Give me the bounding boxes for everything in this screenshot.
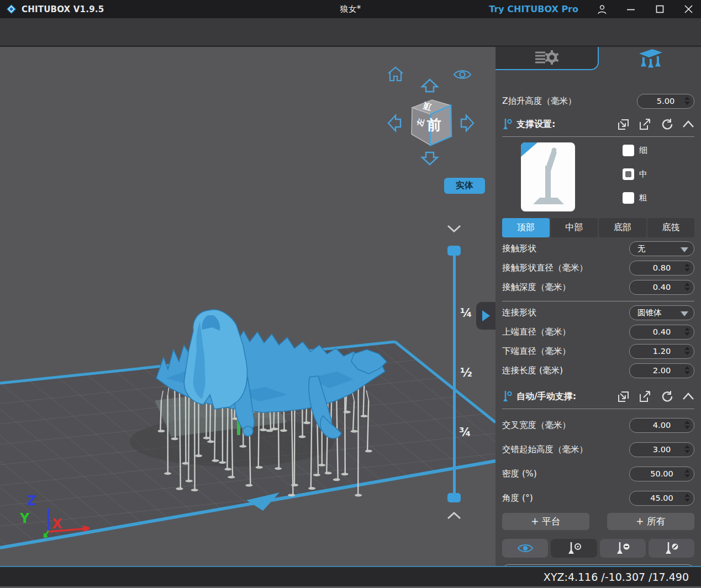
try-pro-link[interactable]: Try CHITUBOX Pro xyxy=(489,4,578,14)
contact-shape-label: 接触形状 xyxy=(502,243,536,255)
rotate-right-arrow[interactable] xyxy=(460,112,475,134)
angle-label: 角度 (°) xyxy=(502,492,533,504)
slider-three-quarter-label: ¾ xyxy=(459,426,471,439)
support-pin-icon xyxy=(502,390,512,403)
cross-width-field[interactable]: 4.00 xyxy=(629,418,694,433)
connection-length-spinner[interactable] xyxy=(684,366,690,374)
connection-shape-label: 连接形状 xyxy=(502,307,536,319)
slice-slider-top-handle[interactable] xyxy=(447,246,461,256)
title-bar: CHITUBOX V1.9.5 狼女* Try CHITUBOX Pro xyxy=(0,0,701,18)
add-platform-supports-button[interactable]: + 平台 xyxy=(502,513,589,530)
dropdown-caret-icon xyxy=(681,247,688,252)
rotate-up-arrow[interactable] xyxy=(419,78,441,93)
reset-settings-icon[interactable] xyxy=(660,118,673,131)
thickness-fine-label: 细 xyxy=(639,145,647,156)
upper-diameter-field[interactable]: 0.40 xyxy=(629,325,694,340)
export-settings-icon[interactable] xyxy=(639,118,651,131)
support-panel: Z抬升高度（毫米） 5.00 支撑设置: xyxy=(496,47,701,566)
add-support-mode-button[interactable] xyxy=(551,539,597,558)
slice-slider-track[interactable] xyxy=(453,250,456,496)
stagger-height-spinner[interactable] xyxy=(684,445,690,453)
contact-shape-dropdown[interactable]: 无 xyxy=(629,241,694,256)
angle-field[interactable]: 45.00 xyxy=(629,491,694,506)
delete-support-mode-button[interactable] xyxy=(600,539,646,558)
thickness-coarse-label: 粗 xyxy=(639,193,647,203)
cross-width-label: 交叉宽度（毫米） xyxy=(502,420,571,431)
minimize-button[interactable] xyxy=(618,0,644,18)
maximize-button[interactable] xyxy=(647,0,672,18)
lower-diameter-field[interactable]: 1.20 xyxy=(629,344,694,359)
view-cube[interactable]: 顶 左 前 xyxy=(405,96,456,151)
checkbox-coarse[interactable] xyxy=(623,192,634,204)
slice-slider-bottom-handle[interactable] xyxy=(447,493,461,502)
panel-tab-bar xyxy=(496,47,701,70)
import-supports-icon[interactable] xyxy=(617,390,630,403)
tab-raft-section[interactable]: 底筏 xyxy=(647,218,695,237)
auto-manual-title: 自动/手动支撑: xyxy=(516,391,576,402)
svg-text:X: X xyxy=(52,516,62,532)
toolbar-strip xyxy=(0,18,701,47)
angle-spinner[interactable] xyxy=(684,494,690,502)
contact-diameter-field[interactable]: 0.80 xyxy=(629,261,694,276)
toggle-support-visibility-button[interactable] xyxy=(502,539,548,558)
add-all-supports-button[interactable]: + 所有 xyxy=(607,513,694,530)
collapse-section-icon[interactable] xyxy=(682,120,694,129)
tab-middle-section[interactable]: 中部 xyxy=(551,218,598,237)
home-view-icon[interactable] xyxy=(387,66,404,82)
export-supports-icon[interactable] xyxy=(639,390,651,403)
stagger-height-field[interactable]: 3.00 xyxy=(629,442,694,457)
angle-value: 45.00 xyxy=(650,494,673,502)
connection-shape-value: 圆锥体 xyxy=(637,308,662,318)
import-settings-icon[interactable] xyxy=(617,118,630,131)
z-lift-field[interactable]: 5.00 xyxy=(637,94,694,109)
tab-bottom-section[interactable]: 底部 xyxy=(599,218,646,237)
contact-depth-field[interactable]: 0.40 xyxy=(629,280,694,295)
collapsed-section-stub[interactable] xyxy=(503,564,693,566)
contact-depth-value: 0.40 xyxy=(653,283,671,292)
connection-length-value: 2.00 xyxy=(653,366,671,375)
cross-width-spinner[interactable] xyxy=(684,421,690,429)
cursor-coordinates: XYZ:4.116 /-10.307 /17.490 xyxy=(544,571,689,583)
density-spinner[interactable] xyxy=(684,469,690,478)
z-lift-spinner[interactable] xyxy=(684,97,690,105)
panel-toggle-flap[interactable] xyxy=(476,302,496,330)
stagger-height-value: 3.00 xyxy=(653,445,671,454)
connection-length-field[interactable]: 2.00 xyxy=(629,363,694,378)
tab-top-section[interactable]: 顶部 xyxy=(502,218,550,237)
svg-text:Z: Z xyxy=(27,493,36,508)
view-visibility-eye-icon[interactable] xyxy=(453,68,472,81)
rotate-down-arrow[interactable] xyxy=(419,151,441,166)
close-button[interactable] xyxy=(676,0,701,18)
tab-print-settings[interactable] xyxy=(496,47,599,70)
rotate-left-arrow[interactable] xyxy=(387,112,402,134)
thickness-option-medium[interactable]: 中 xyxy=(623,168,647,180)
support-edit-icon xyxy=(662,541,681,555)
slider-collapse-top-icon[interactable] xyxy=(446,224,462,234)
svg-text:Y: Y xyxy=(19,511,30,526)
density-field[interactable]: 50.00 xyxy=(629,467,694,481)
upper-diameter-spinner[interactable] xyxy=(684,327,690,336)
collapse-section-icon[interactable] xyxy=(682,392,694,401)
contact-diameter-spinner[interactable] xyxy=(684,263,690,272)
tab-support-settings[interactable] xyxy=(599,47,701,70)
checkbox-fine[interactable] xyxy=(623,145,634,156)
z-lift-label: Z抬升高度（毫米） xyxy=(502,96,577,107)
thickness-option-fine[interactable]: 细 xyxy=(623,145,647,156)
contact-depth-spinner[interactable] xyxy=(684,283,690,291)
slider-collapse-bottom-icon[interactable] xyxy=(446,511,462,521)
lower-diameter-label: 下端直径（毫米） xyxy=(502,346,571,357)
checkbox-medium[interactable] xyxy=(623,168,634,180)
lower-diameter-spinner[interactable] xyxy=(684,347,690,355)
connection-shape-dropdown[interactable]: 圆锥体 xyxy=(629,305,694,320)
contact-diameter-value: 0.80 xyxy=(653,263,671,272)
thickness-option-coarse[interactable]: 粗 xyxy=(623,192,647,204)
edit-support-mode-button[interactable] xyxy=(649,539,694,558)
account-icon[interactable] xyxy=(589,0,615,18)
status-bar: XYZ:4.116 /-10.307 /17.490 xyxy=(0,566,701,586)
viewport-3d[interactable]: Z Y X xyxy=(0,47,496,566)
render-mode-button[interactable]: 实体 xyxy=(444,178,485,194)
contact-shape-value: 无 xyxy=(637,243,646,254)
upper-diameter-value: 0.40 xyxy=(653,327,671,336)
reset-supports-icon[interactable] xyxy=(660,390,673,403)
cross-width-value: 4.00 xyxy=(653,421,671,430)
